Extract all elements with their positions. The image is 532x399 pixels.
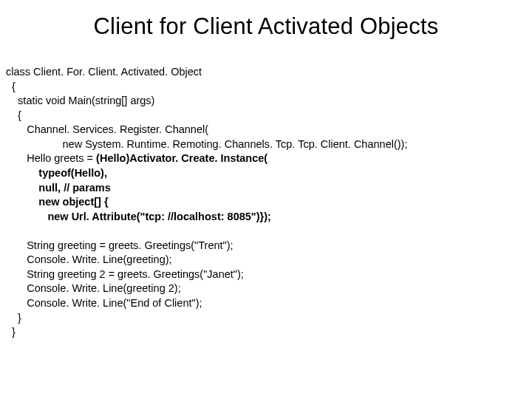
- code-line: String greeting = greets. Greetings("Tre…: [6, 239, 233, 251]
- code-line-bold: new object[] {: [6, 196, 109, 208]
- code-line: Console. Write. Line("End of Client");: [6, 297, 202, 309]
- code-line: {: [6, 81, 16, 92]
- code-line: new System. Runtime. Remoting. Channels.…: [6, 138, 407, 150]
- slide-title: Client for Client Activated Objects: [0, 13, 532, 40]
- code-line: Console. Write. Line(greeting);: [6, 253, 172, 265]
- code-line: {: [6, 109, 21, 121]
- code-line-bold: null, // params: [6, 182, 111, 194]
- code-line: String greeting 2 = greets. Greetings("J…: [6, 268, 244, 280]
- code-line: static void Main(string[] args): [6, 95, 154, 106]
- code-gap: [6, 225, 9, 236]
- code-line: Channel. Services. Register. Channel(: [6, 123, 208, 135]
- code-block: class Client. For. Client. Activated. Ob…: [0, 65, 532, 340]
- slide: Client for Client Activated Objects clas…: [0, 13, 532, 399]
- code-line: }: [6, 312, 21, 324]
- code-line-bold: (Hello)Activator. Create. Instance(: [96, 152, 267, 164]
- code-line-bold: new Url. Attribute("tcp: //localhost: 80…: [6, 211, 271, 222]
- code-line: }: [6, 326, 16, 338]
- code-line: class Client. For. Client. Activated. Ob…: [6, 66, 202, 78]
- code-line: Console. Write. Line(greeting 2);: [6, 282, 181, 294]
- code-line-bold: typeof(Hello),: [6, 167, 107, 179]
- code-line: Hello greets =: [6, 152, 96, 164]
